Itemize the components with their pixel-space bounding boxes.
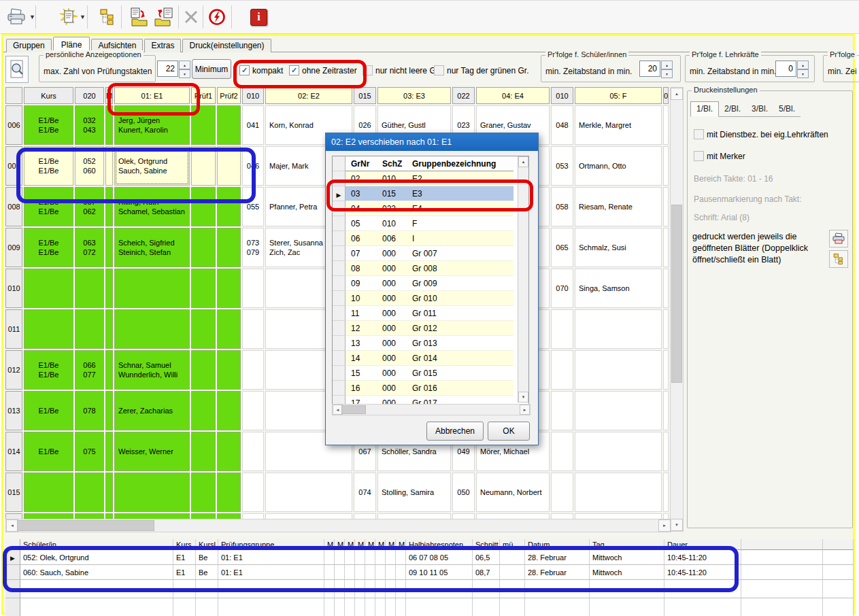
- scroll-up-icon[interactable]: [671, 88, 683, 100]
- grid-cell[interactable]: [663, 105, 669, 145]
- bottom-cell[interactable]: [590, 598, 664, 616]
- bottom-header-cell[interactable]: M: [396, 539, 406, 550]
- grid-cell[interactable]: [105, 105, 113, 145]
- row-selector-cell[interactable]: [333, 291, 346, 306]
- bottom-header-cell[interactable]: M: [386, 539, 396, 550]
- grid-cell[interactable]: Merkle, Margret: [575, 105, 662, 145]
- print-button[interactable]: ▼: [5, 6, 35, 28]
- bottom-cell[interactable]: [741, 565, 823, 580]
- grid-cell[interactable]: E1/Be E1/Be: [24, 350, 73, 390]
- bottom-header-cell[interactable]: Datum: [525, 539, 590, 550]
- grid-cell[interactable]: [105, 513, 113, 519]
- bottom-cell[interactable]: [525, 580, 590, 598]
- scroll-down-icon[interactable]: [518, 392, 528, 403]
- bottom-cell[interactable]: [345, 598, 355, 616]
- grid-cell[interactable]: [105, 473, 113, 512]
- grid-row-header[interactable]: 015: [5, 473, 22, 512]
- load-from-folder-button[interactable]: [154, 6, 174, 28]
- bottom-cell[interactable]: [355, 598, 365, 616]
- scrollbar-thumb[interactable]: [671, 205, 682, 383]
- group-list-cell[interactable]: 11: [346, 306, 377, 321]
- group-list-cell[interactable]: Gr 011: [407, 306, 513, 321]
- group-list-row[interactable]: 15000Gr 015: [333, 366, 528, 381]
- bottom-cell[interactable]: 10:45-11:20: [664, 565, 741, 580]
- grid-row-header[interactable]: 009: [5, 228, 22, 267]
- grid-cell[interactable]: [217, 350, 241, 390]
- grid-cell[interactable]: [24, 513, 73, 519]
- group-list-cell[interactable]: 07: [346, 246, 377, 261]
- checkbox-box[interactable]: [694, 151, 704, 161]
- bottom-cell[interactable]: [664, 580, 741, 598]
- group-list-cell[interactable]: Gr 012: [407, 321, 513, 336]
- bottom-cell[interactable]: 08,7: [473, 565, 500, 580]
- druck-tab-3/Bl.[interactable]: 3/Bl.: [746, 102, 773, 117]
- grid-cell[interactable]: [114, 269, 190, 308]
- group-list-row[interactable]: 13000Gr 013: [333, 336, 528, 351]
- grid-header-cell[interactable]: M: [105, 87, 113, 104]
- bottom-cell[interactable]: [741, 580, 823, 598]
- scroll-right-icon[interactable]: [658, 519, 671, 532]
- grid-header-cell[interactable]: 020: [75, 87, 104, 104]
- bottom-cell[interactable]: [20, 598, 173, 616]
- bottom-cell[interactable]: [324, 598, 335, 616]
- group-list-row[interactable]: 12000Gr 012: [333, 321, 528, 336]
- grid-cell[interactable]: [217, 269, 241, 308]
- group-list-cell[interactable]: 13: [346, 336, 377, 351]
- bottom-cell[interactable]: [396, 580, 406, 598]
- grid-row-header[interactable]: 008: [5, 187, 22, 226]
- group-list-row[interactable]: 16000Gr 016: [333, 381, 528, 396]
- checkbox-box[interactable]: [694, 129, 704, 139]
- grid-header-cell[interactable]: Prüf1: [191, 87, 216, 104]
- bottom-cell[interactable]: [335, 580, 345, 598]
- bottom-cell[interactable]: [335, 550, 345, 565]
- scroll-right-icon[interactable]: [520, 405, 530, 415]
- group-list-cell[interactable]: 15: [346, 366, 377, 381]
- grid-cell[interactable]: [105, 391, 113, 430]
- grid-cell[interactable]: Schmalz, Susi: [575, 228, 662, 267]
- row-selector-cell[interactable]: [333, 306, 346, 321]
- lehrkraefte-abstand-spinner[interactable]: 0: [775, 61, 809, 78]
- row-selector-cell[interactable]: [333, 231, 346, 246]
- bottom-cell[interactable]: [345, 580, 355, 598]
- tab-Druck(einstellungen)[interactable]: Druck(einstellungen): [182, 39, 271, 52]
- bottom-cell[interactable]: E1: [173, 550, 196, 565]
- grid-cell[interactable]: [663, 146, 669, 186]
- group-list-cell[interactable]: 000: [377, 246, 407, 261]
- bottom-cell[interactable]: [20, 580, 173, 598]
- bottom-cell[interactable]: 28. Februar: [525, 565, 590, 580]
- grid-cell[interactable]: [105, 228, 113, 267]
- grid-cell[interactable]: [663, 269, 669, 308]
- grid-cell[interactable]: [663, 432, 669, 471]
- bottom-cell[interactable]: [396, 565, 406, 580]
- bottom-cell[interactable]: [525, 598, 590, 616]
- grid-header-cell[interactable]: 02: E2: [265, 87, 352, 104]
- group-list-row[interactable]: 14000Gr 014: [333, 351, 528, 366]
- group-list-cell[interactable]: 10: [346, 291, 377, 306]
- bottom-header-cell[interactable]: Kursl.: [196, 539, 218, 550]
- bottom-header-cell[interactable]: M: [355, 539, 365, 550]
- bottom-cell[interactable]: 01: E1: [218, 565, 324, 580]
- grid-header-cell[interactable]: 01: E1: [114, 87, 190, 104]
- bottom-cell[interactable]: Be: [196, 550, 218, 565]
- grid-cell[interactable]: [191, 391, 216, 430]
- grid-cell[interactable]: [575, 513, 662, 519]
- print-sheets-button[interactable]: [829, 230, 848, 247]
- grid-cell[interactable]: Jerg, Jürgen Kunert, Karolin: [114, 105, 190, 145]
- grid-cell[interactable]: E1/Be E1/Be: [24, 228, 73, 267]
- grid-cell[interactable]: [217, 513, 241, 519]
- bottom-cell[interactable]: [335, 598, 345, 616]
- info-button[interactable]: i: [250, 6, 267, 28]
- bottom-cell[interactable]: [823, 598, 854, 616]
- grid-cell[interactable]: Weisser, Werner: [114, 432, 190, 471]
- grid-cell[interactable]: [114, 513, 190, 519]
- bottom-header-cell[interactable]: M: [365, 539, 375, 550]
- grid-cell[interactable]: [217, 105, 241, 145]
- grid-cell[interactable]: [217, 391, 241, 430]
- new-document-button[interactable]: ▼: [60, 6, 86, 28]
- grid-cell[interactable]: [75, 269, 104, 308]
- group-list-cell[interactable]: Gr 016: [407, 381, 513, 396]
- bottom-cell[interactable]: [345, 565, 355, 580]
- grid-cell[interactable]: [265, 473, 352, 512]
- bottom-header-cell[interactable]: M: [335, 539, 345, 550]
- checkbox-box[interactable]: [239, 65, 250, 75]
